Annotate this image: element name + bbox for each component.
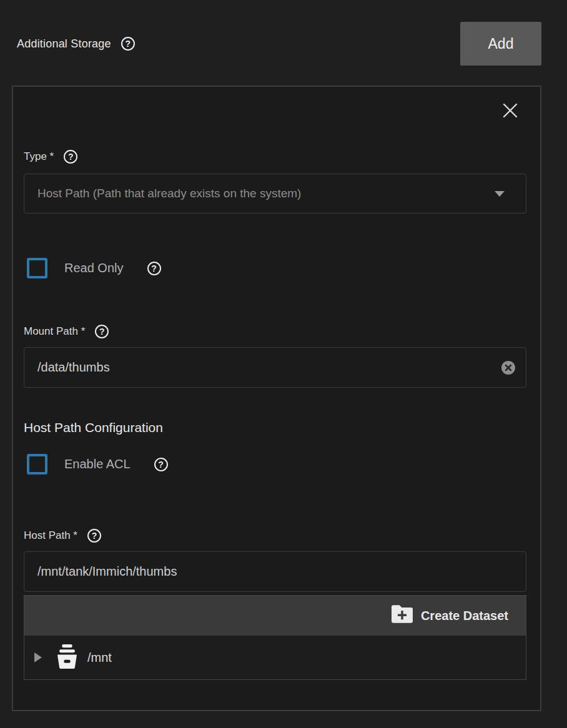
- chevron-down-icon: [495, 191, 505, 197]
- type-label: Type *: [24, 150, 54, 163]
- section-title: Additional Storage: [17, 37, 111, 51]
- host-path-label: Host Path *: [24, 529, 77, 542]
- close-icon: [501, 112, 519, 121]
- add-button[interactable]: Add: [460, 22, 541, 66]
- mount-path-input[interactable]: [37, 360, 501, 375]
- help-icon[interactable]: ?: [121, 37, 135, 51]
- host-path-configuration-heading: Host Path Configuration: [24, 420, 526, 435]
- host-path-field-box: [24, 551, 526, 592]
- clear-mount-path-button[interactable]: [501, 360, 516, 375]
- mount-path-label: Mount Path *: [24, 325, 85, 338]
- help-icon[interactable]: ?: [95, 325, 109, 338]
- tree-row-mnt[interactable]: /mnt: [24, 636, 526, 679]
- help-icon[interactable]: ?: [154, 458, 168, 471]
- storage-entry-card: Type * ? Host Path (Path that already ex…: [12, 86, 541, 711]
- folder-plus-icon: [392, 605, 413, 626]
- dataset-icon: [56, 644, 79, 671]
- host-path-input[interactable]: [37, 564, 516, 579]
- tree-node-label: /mnt: [87, 651, 112, 665]
- dataset-tree: /mnt: [24, 636, 526, 679]
- clear-circle-icon: [501, 368, 516, 377]
- create-dataset-button[interactable]: Create Dataset: [388, 604, 512, 627]
- create-dataset-label: Create Dataset: [421, 609, 508, 623]
- help-icon[interactable]: ?: [64, 150, 77, 164]
- close-button[interactable]: [501, 102, 519, 119]
- help-icon[interactable]: ?: [147, 262, 161, 275]
- enable-acl-label: Enable ACL: [64, 457, 131, 471]
- type-select[interactable]: Host Path (Path that already exists on t…: [24, 174, 526, 214]
- expand-arrow-icon[interactable]: [34, 652, 42, 662]
- enable-acl-checkbox[interactable]: [27, 454, 47, 475]
- read-only-label: Read Only: [64, 261, 124, 275]
- mount-path-field-box: [24, 347, 526, 388]
- additional-storage-header: Additional Storage ? Add: [0, 0, 567, 66]
- dataset-browser-toolbar: Create Dataset: [24, 596, 526, 636]
- read-only-checkbox[interactable]: [27, 258, 47, 278]
- dataset-browser: Create Dataset /mnt: [24, 595, 526, 680]
- type-selected-value: Host Path (Path that already exists on t…: [37, 187, 301, 200]
- help-icon[interactable]: ?: [87, 529, 101, 543]
